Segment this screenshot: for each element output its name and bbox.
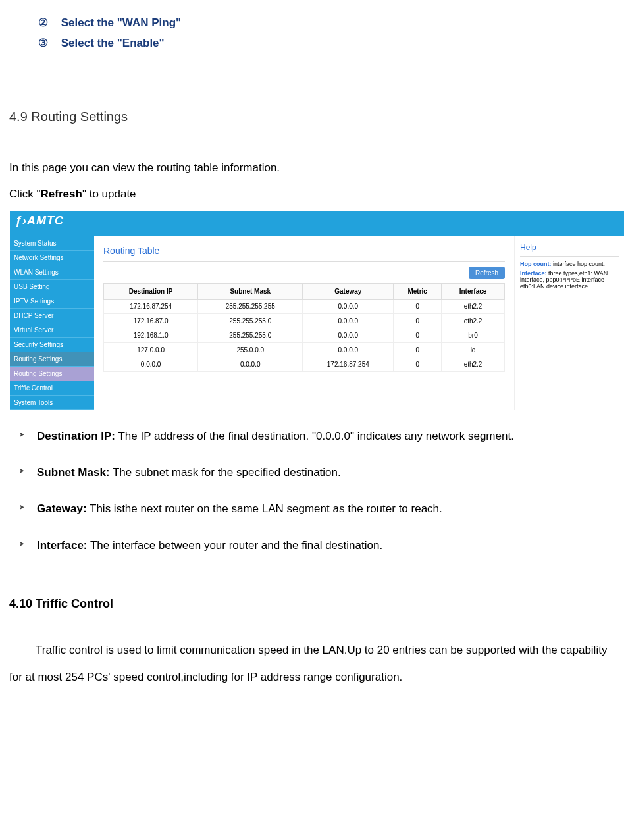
step-2-text: Select the "WAN Ping" (61, 16, 181, 29)
table-cell: 0.0.0.0 (303, 299, 394, 313)
table-cell: 0 (394, 299, 442, 313)
main-panel: Routing Table Refresh Destination IPSubn… (94, 236, 514, 410)
routing-table: Destination IPSubnet MaskGatewayMetricIn… (103, 283, 505, 372)
step-3-text: Select the "Enable" (61, 37, 165, 49)
refresh-button[interactable]: Refresh (469, 267, 505, 279)
table-cell: lo (442, 342, 505, 357)
definition-term: Interface: (37, 539, 88, 552)
table-row: 127.0.0.0255.0.0.00.0.0.00lo (104, 342, 505, 357)
intro2-c: " to update (82, 188, 136, 200)
definition-item: Gateway: This isthe next router on the s… (9, 496, 617, 521)
definitions-list: Destination IP: The IP address of the fi… (9, 424, 617, 558)
section-49-intro-2: Click "Refresh" to update (9, 184, 617, 205)
table-cell: 0.0.0.0 (303, 313, 394, 328)
table-header-cell: Subnet Mask (198, 283, 303, 299)
section-49-heading: 4.9 Routing Settings (9, 109, 617, 124)
sidebar-item[interactable]: System Tools (10, 396, 94, 410)
table-row: 0.0.0.00.0.0.0172.16.87.2540eth2.2 (104, 357, 505, 371)
ui-header: ƒ›AMTC (10, 211, 624, 236)
logo: ƒ›AMTC (15, 214, 64, 227)
definition-term: Destination IP: (37, 430, 115, 442)
table-cell: 255.0.0.0 (198, 342, 303, 357)
definition-text: The interface between your router and th… (88, 539, 383, 552)
help-interface: Interface: three types,eth1: WAN interfa… (520, 270, 619, 290)
sidebar-item[interactable]: System Status (10, 236, 94, 251)
intro2-a: Click " (9, 188, 41, 200)
sidebar-item[interactable]: DHCP Server (10, 309, 94, 323)
step-3: ③ Select the "Enable" (36, 36, 617, 50)
table-cell: 0 (394, 342, 442, 357)
table-cell: 0 (394, 328, 442, 342)
definition-text: This isthe next router on the same LAN s… (87, 502, 442, 515)
table-header-cell: Destination IP (104, 283, 198, 299)
table-row: 192.168.1.0255.255.255.00.0.0.00br0 (104, 328, 505, 342)
sidebar-item[interactable]: IPTV Settings (10, 294, 94, 309)
help-iface-label: Interface: (520, 270, 547, 276)
sidebar-item[interactable]: Virtual Server (10, 323, 94, 338)
help-hop-label: Hop count: (520, 261, 552, 267)
help-hop-text: interface hop count. (552, 261, 606, 267)
definition-item: Destination IP: The IP address of the fi… (9, 424, 617, 448)
definition-item: Subnet Mask: The subnet mask for the spe… (9, 460, 617, 485)
help-title: Help (520, 243, 619, 257)
table-cell: 255.255.255.0 (198, 313, 303, 328)
table-row: 172.16.87.0255.255.255.00.0.0.00eth2.2 (104, 313, 505, 328)
definition-term: Subnet Mask: (37, 466, 110, 479)
sidebar-item[interactable]: Network Settings (10, 251, 94, 265)
table-cell: 0.0.0.0 (104, 357, 198, 371)
panel-title: Routing Table (103, 243, 505, 262)
table-cell: 172.16.87.254 (303, 357, 394, 371)
table-header-cell: Gateway (303, 283, 394, 299)
step-3-num: ③ (36, 36, 50, 50)
table-cell: 172.16.87.254 (104, 299, 198, 313)
table-cell: 0 (394, 357, 442, 371)
section-49-intro-1: In this page you can view the routing ta… (9, 157, 617, 178)
table-cell: 0.0.0.0 (303, 328, 394, 342)
sidebar-item[interactable]: Routing Settings (10, 367, 94, 381)
sidebar-item[interactable]: WLAN Settings (10, 265, 94, 280)
table-cell: br0 (442, 328, 505, 342)
definition-text: The subnet mask for the specified destin… (110, 466, 341, 479)
section-410-body: Traffic control is used to limit communi… (9, 637, 617, 691)
router-ui-screenshot: ƒ›AMTC System StatusNetwork SettingsWLAN… (9, 211, 625, 411)
table-cell: 255.255.255.255 (198, 299, 303, 313)
intro2-b: Refresh (41, 188, 82, 200)
sidebar: System StatusNetwork SettingsWLAN Settin… (10, 236, 94, 410)
table-cell: 127.0.0.0 (104, 342, 198, 357)
table-cell: 192.168.1.0 (104, 328, 198, 342)
sidebar-item[interactable]: USB Setting (10, 280, 94, 294)
table-cell: 0 (394, 313, 442, 328)
sidebar-item[interactable]: Triffic Control (10, 381, 94, 396)
table-cell: 0.0.0.0 (303, 342, 394, 357)
help-hop: Hop count: interface hop count. (520, 261, 619, 267)
section-410-heading: 4.10 Triffic Control (9, 597, 617, 611)
sidebar-item[interactable]: Security Settings (10, 338, 94, 352)
step-2-num: ② (36, 16, 50, 30)
table-cell: 172.16.87.0 (104, 313, 198, 328)
table-row: 172.16.87.254255.255.255.2550.0.0.00eth2… (104, 299, 505, 313)
definition-term: Gateway: (37, 502, 87, 515)
definition-text: The IP address of the final destination.… (115, 430, 514, 442)
table-cell: 0.0.0.0 (198, 357, 303, 371)
table-header-cell: Interface (442, 283, 505, 299)
table-cell: eth2.2 (442, 313, 505, 328)
table-header-cell: Metric (394, 283, 442, 299)
step-2: ② Select the "WAN Ping" (36, 16, 617, 30)
sidebar-item[interactable]: Routing Settings (10, 352, 94, 367)
table-cell: eth2.2 (442, 357, 505, 371)
table-cell: 255.255.255.0 (198, 328, 303, 342)
table-cell: eth2.2 (442, 299, 505, 313)
definition-item: Interface: The interface between your ro… (9, 533, 617, 558)
help-panel: Help Hop count: interface hop count. Int… (514, 236, 624, 410)
